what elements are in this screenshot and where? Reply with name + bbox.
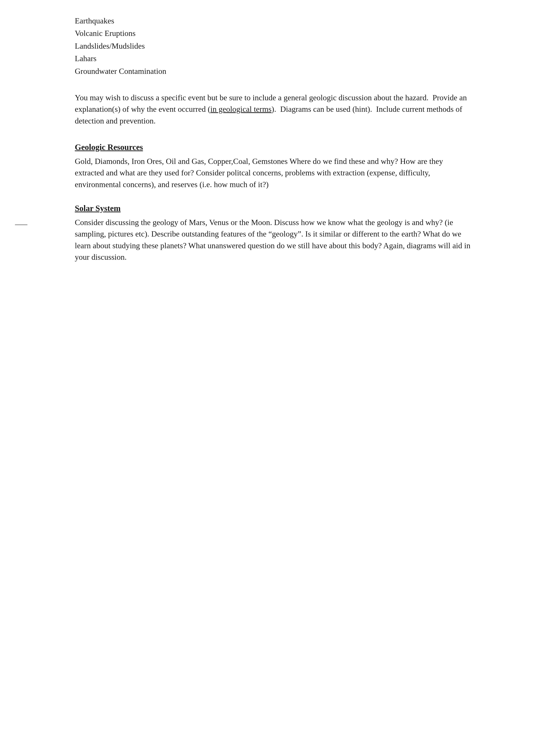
geologic-resources-section: Geologic Resources Gold, Diamonds, Iron … — [75, 141, 471, 190]
list-item: Landslides/Mudslides — [75, 40, 471, 52]
solar-system-title: Solar System — [75, 203, 471, 215]
page-marker — [15, 225, 27, 225]
hazards-list: Earthquakes Volcanic Eruptions Landslide… — [75, 15, 471, 77]
solar-system-body: Consider discussing the geology of Mars,… — [75, 217, 471, 263]
geologic-resources-body: Gold, Diamonds, Iron Ores, Oil and Gas, … — [75, 155, 471, 190]
geologic-resources-title: Geologic Resources — [75, 141, 471, 153]
list-item: Earthquakes — [75, 15, 471, 26]
solar-system-section: Solar System Consider discussing the geo… — [75, 203, 471, 263]
list-item: Volcanic Eruptions — [75, 27, 471, 39]
list-item: Lahars — [75, 53, 471, 64]
intro-paragraph: You may wish to discuss a specific event… — [75, 92, 471, 126]
list-item: Groundwater Contamination — [75, 65, 471, 77]
